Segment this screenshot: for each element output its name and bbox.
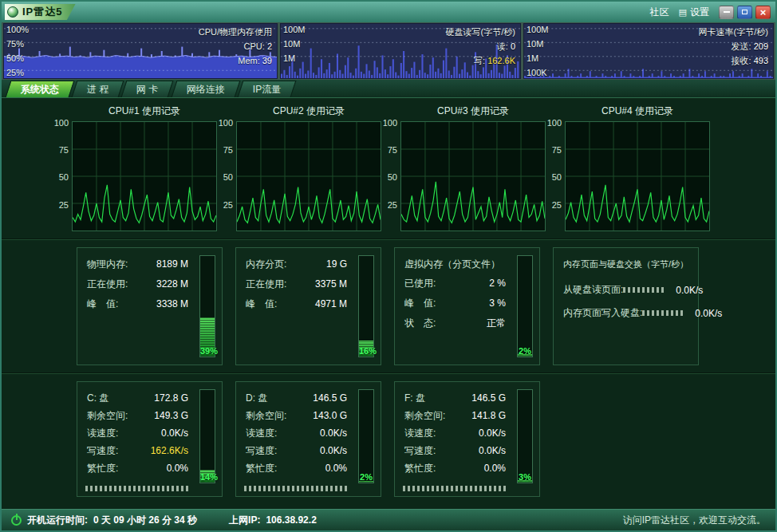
page-swap-panel: 内存页面与硬盘交换（字节/秒） 从硬盘读页面: 0.0K/s 内存页面写入硬盘:… xyxy=(553,247,699,365)
maximize-button[interactable] xyxy=(737,6,752,19)
stat-value: 正常 xyxy=(487,313,506,333)
stat-label: 写速度: xyxy=(404,442,436,459)
settings-button[interactable]: ▤ 设置 xyxy=(679,6,709,19)
stat-row: 读速度: 0.0K/s xyxy=(246,424,347,442)
cpu-value: 2 xyxy=(267,41,272,51)
stat-value: 0.0K/s xyxy=(320,442,347,459)
gauge-percent: 14% xyxy=(200,472,215,482)
cpu-memory-readout: CPU/物理内存使用 CPU:2 Mem:39 xyxy=(199,25,272,68)
usage-gauge: 3% xyxy=(517,389,533,483)
busy-meter xyxy=(244,486,349,491)
minimize-icon xyxy=(724,11,730,13)
stat-value: 162.6K/s xyxy=(151,442,188,459)
section-divider xyxy=(2,372,775,374)
memory-panels-row: 物理内存: 8189 M 正在使用: 3228 M 峰 值: 3338 M 39… xyxy=(77,247,775,365)
monitor-title: 网卡速率(字节/秒) xyxy=(699,25,768,39)
stat-value: 0.0% xyxy=(167,459,188,477)
usage-gauge: 14% xyxy=(199,389,215,483)
cpu-label: CPU: xyxy=(244,41,265,51)
y-axis-labels: 100 75 50 25 xyxy=(217,121,236,231)
community-link[interactable]: 社区 xyxy=(650,6,669,19)
maximize-icon xyxy=(742,10,747,14)
stat-label: 繁忙度: xyxy=(246,459,277,477)
tabbar: 系统状态 进 程 网 卡 网络连接 IP流量 xyxy=(2,80,775,98)
stat-label: 繁忙度: xyxy=(87,459,118,477)
scale-label: 50% xyxy=(6,53,24,63)
stat-label: 峰 值: xyxy=(246,294,277,314)
stat-label: 从硬盘读页面: xyxy=(563,283,623,297)
stat-label: 内存分页: xyxy=(246,254,286,274)
stat-value: 149.3 G xyxy=(154,407,188,424)
tab-nic[interactable]: 网 卡 xyxy=(121,81,174,97)
stat-label: F: 盘 xyxy=(404,389,425,407)
stat-label: 繁忙度: xyxy=(404,459,436,477)
recv-value: 493 xyxy=(754,56,768,65)
app-logo-icon xyxy=(7,6,18,18)
titlebar-actions: 社区 ▤ 设置 × xyxy=(650,6,771,19)
stat-row: 剩余空间: 143.0 G xyxy=(246,407,347,424)
tab-label: 网 卡 xyxy=(136,81,158,97)
gauge-percent: 2% xyxy=(359,472,373,482)
stat-row: 峰 值: 3338 M xyxy=(87,294,188,314)
stat-value: 3 % xyxy=(489,294,506,313)
scale-label: 1M xyxy=(283,53,295,63)
disk-d-panel: D: 盘 146.5 G 剩余空间: 143.0 G 读速度: 0.0K/s 写… xyxy=(235,381,381,497)
gauge-percent: 2% xyxy=(518,346,532,356)
scale-label: 25% xyxy=(6,68,24,77)
tab-connections[interactable]: 网络连接 xyxy=(171,81,240,97)
community-hint-link[interactable]: 访问IP雷达社区，欢迎互动交流。 xyxy=(623,514,766,527)
statusbar: 开机运行时间: 0 天 09 小时 26 分 34 秒 上网IP: 106.38… xyxy=(2,509,775,530)
usage-gauge: 16% xyxy=(358,255,374,357)
disk-f-panel: F: 盘 146.5 G 剩余空间: 141.8 G 读速度: 0.0K/s 写… xyxy=(394,381,540,497)
tab-ip-traffic[interactable]: IP流量 xyxy=(237,81,296,97)
tick-label: 75 xyxy=(223,145,233,155)
stat-label: 读速度: xyxy=(246,424,277,442)
graph-title: CPU#1 使用记录 xyxy=(72,104,217,117)
cpu3-history-graph xyxy=(400,121,546,231)
disk-read-label: 读: xyxy=(497,41,508,51)
tab-label: 网络连接 xyxy=(187,81,225,97)
settings-label: 设置 xyxy=(690,6,709,19)
gauge-percent: 16% xyxy=(359,346,373,356)
app-logo-chip: IP雷达5 xyxy=(5,4,76,20)
tab-processes[interactable]: 进 程 xyxy=(72,81,124,97)
stat-value: 0.0K/s xyxy=(320,424,347,442)
stat-row: 峰 值: 4971 M xyxy=(246,294,347,314)
stat-label: 读速度: xyxy=(87,424,118,442)
y-axis-labels: 100 75 50 25 xyxy=(381,121,400,231)
stat-row: 物理内存: 8189 M xyxy=(87,254,188,274)
tick-label: 25 xyxy=(59,200,69,210)
send-value: 209 xyxy=(754,41,768,51)
usage-gauge: 39% xyxy=(199,255,215,357)
cpu2-history-graph xyxy=(236,121,381,231)
scale-label: 1M xyxy=(527,53,538,63)
scale-label: 100K xyxy=(527,68,547,77)
panel-title: 内存页面与硬盘交换（字节/秒） xyxy=(563,254,690,274)
minimize-button[interactable] xyxy=(719,6,734,19)
stat-row: 写速度: 0.0K/s xyxy=(404,442,506,459)
disk-c-panel: C: 盘 172.8 G 剩余空间: 149.3 G 读速度: 0.0K/s 写… xyxy=(77,381,223,497)
usage-gauge: 2% xyxy=(358,389,374,483)
tick-label: 75 xyxy=(59,145,69,155)
network-readout: 网卡速率(字节/秒) 发送:209 接收:493 xyxy=(699,25,768,68)
y-axis-labels: 100 75 50 25 xyxy=(53,121,72,231)
close-button[interactable]: × xyxy=(755,6,771,19)
virtual-memory-panel: 虚拟内存（分页文件） 已使用: 2 % 峰 值: 3 % 状 态: 正常 2% xyxy=(394,247,540,365)
stat-value: 4971 M xyxy=(315,294,347,314)
cpu3-history: CPU#3 使用记录 100 75 50 25 xyxy=(381,103,546,231)
stat-label: C: 盘 xyxy=(87,389,108,407)
gauge-percent: 3% xyxy=(518,472,532,482)
cpu1-history: CPU#1 使用记录 100 75 50 25 xyxy=(53,103,217,231)
disk-io-readout: 硬盘读写(字节/秒) 读:0 写:162.6K xyxy=(446,25,515,68)
stat-value: 3228 M xyxy=(156,274,188,294)
disk-read-value: 0 xyxy=(511,41,515,51)
disk-write-value: 162.6K xyxy=(487,56,515,65)
cpu2-history: CPU#2 使用记录 100 75 50 25 xyxy=(217,103,381,231)
stat-label: 物理内存: xyxy=(87,254,128,274)
tick-label: 100 xyxy=(219,118,233,128)
stat-label: 已使用: xyxy=(404,274,436,294)
mini-meter xyxy=(642,310,684,316)
stat-label: D: 盘 xyxy=(246,389,267,407)
tick-label: 75 xyxy=(552,145,562,155)
tab-system-status[interactable]: 系统状态 xyxy=(6,81,75,97)
